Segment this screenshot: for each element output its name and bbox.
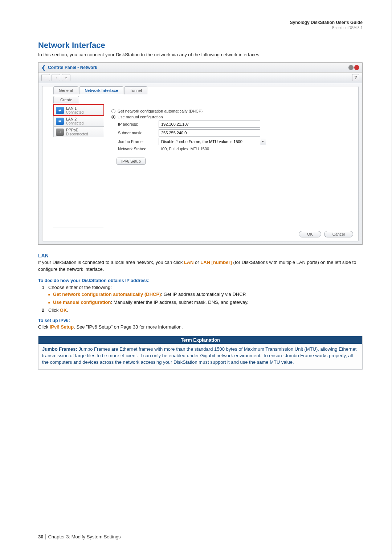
jumbo-select[interactable] [159,138,260,145]
netstatus-value: 100, Full duplex, MTU 1500 [159,147,209,151]
radio-dhcp-label: Get network configuration automatically … [118,109,203,113]
chapter-label: Chapter 3: Modify System Settings [48,534,121,539]
bullet-icon: ■ [48,292,50,298]
forward-button[interactable]: → [52,74,60,81]
lan2-name: LAN 2 [66,117,83,121]
ipv6-heading: To set up IPv6: [38,318,363,323]
step1-text: Choose either of the following: [48,285,112,290]
radio-manual[interactable]: Use manual configuration [111,115,351,119]
lan1-name: LAN 1 [66,106,83,110]
help-button[interactable]: ? [352,74,359,81]
page-header: Synology DiskStation User's Guide Based … [38,20,363,30]
lan-number-link: LAN [number] [200,260,232,265]
guide-subtitle: Based on DSM 3.1 [38,26,363,30]
minimize-icon[interactable] [348,65,354,70]
radio-manual-label: Use manual configuration [118,115,163,119]
mask-input[interactable] [159,129,260,137]
lan-text: If your DiskStation is connected to a lo… [38,259,363,273]
section-intro: In this section, you can connect your Di… [38,52,363,58]
pppoe-status: Disconnected [66,132,88,136]
step-number: 1 [42,285,46,290]
opt-dhcp-bold: Get network configuration automatically … [53,292,161,297]
form-area: Get network configuration automatically … [104,96,358,228]
lan-link: LAN [184,260,194,265]
create-button[interactable]: Create [53,96,79,103]
term-body: Jumbo Frames: Jumbo Frames are Ethernet … [38,344,362,370]
lan1-status: Connected [66,110,83,114]
decide-heading: To decide how your DiskStation obtains I… [38,278,363,283]
chevron-down-icon[interactable]: ▾ [260,138,266,145]
sidebar-item-pppoe[interactable]: ··› PPPoE Disconnected [53,126,104,137]
sidebar-item-lan1[interactable]: ⇄ LAN 1 Connected [53,105,104,115]
tab-network-interface[interactable]: Network Interface [79,86,123,94]
window-titlebar: ❮ Control Panel - Network [38,63,362,72]
cancel-button[interactable]: Cancel [324,231,353,237]
window-title: Control Panel - Network [48,65,97,70]
ipv6-text: Click IPv6 Setup. See "IPv6 Setup" on Pa… [38,324,363,331]
mask-label: Subnet mask: [111,131,159,135]
lan-heading: LAN [38,253,363,258]
term-heading: Term Explanation [38,336,362,344]
step2-ok: OK [60,307,67,313]
radio-icon [111,115,115,119]
netstatus-label: Network Status: [111,147,159,151]
back-button[interactable]: ← [41,74,50,81]
pppoe-icon: ··› [56,129,64,136]
page-footer: 30Chapter 3: Modify System Settings [38,534,121,539]
ip-label: IP address: [111,122,159,126]
tab-general[interactable]: General [53,86,78,94]
tab-tunnel[interactable]: Tunnel [124,86,147,94]
section-title: Network Interface [38,41,363,50]
home-button[interactable]: ⌂ [62,74,70,81]
opt-manual-bold: Use manual configuration [53,300,111,305]
jumbo-label: Jumbo Frame: [111,139,159,144]
opt-manual-rest: : Manually enter the IP address, subnet … [111,300,248,305]
ip-input[interactable] [159,121,260,128]
ipv6-setup-button[interactable]: IPv6 Setup [117,158,146,165]
screenshot-window: ❮ Control Panel - Network ← → ⌂ ? Genera… [38,62,363,245]
sidebar-item-lan2[interactable]: ⇄ LAN 2 Connected [53,115,104,126]
panel: General Network Interface Tunnel Create … [42,86,359,241]
close-icon[interactable] [354,65,359,70]
toolbar: ← → ⌂ ? [38,72,362,83]
bullet-icon: ■ [48,300,50,306]
radio-icon [111,109,115,113]
ipv6-setup-link: IPv6 Setup [50,324,74,330]
radio-dhcp[interactable]: Get network configuration automatically … [111,109,351,113]
synology-logo-icon: ❮ [41,65,46,70]
guide-title: Synology DiskStation User's Guide [38,20,363,25]
term-lead: Jumbo Frames: [42,346,77,352]
page-number: 30 [38,534,46,539]
lan2-status: Connected [66,121,83,125]
lan-icon: ⇄ [56,118,64,125]
interface-sidebar: ⇄ LAN 1 Connected ⇄ LAN 2 Connected [53,105,104,228]
term-explanation-box: Term Explanation Jumbo Frames: Jumbo Fra… [38,336,363,370]
ok-button[interactable]: OK [299,231,321,237]
term-text: Jumbo Frames are Ethernet frames with mo… [42,346,356,365]
step-number: 2 [42,307,46,313]
lan-icon: ⇄ [56,107,64,114]
opt-dhcp-rest: : Get IP address automatically via DHCP. [161,292,246,297]
pppoe-name: PPPoE [66,128,88,132]
